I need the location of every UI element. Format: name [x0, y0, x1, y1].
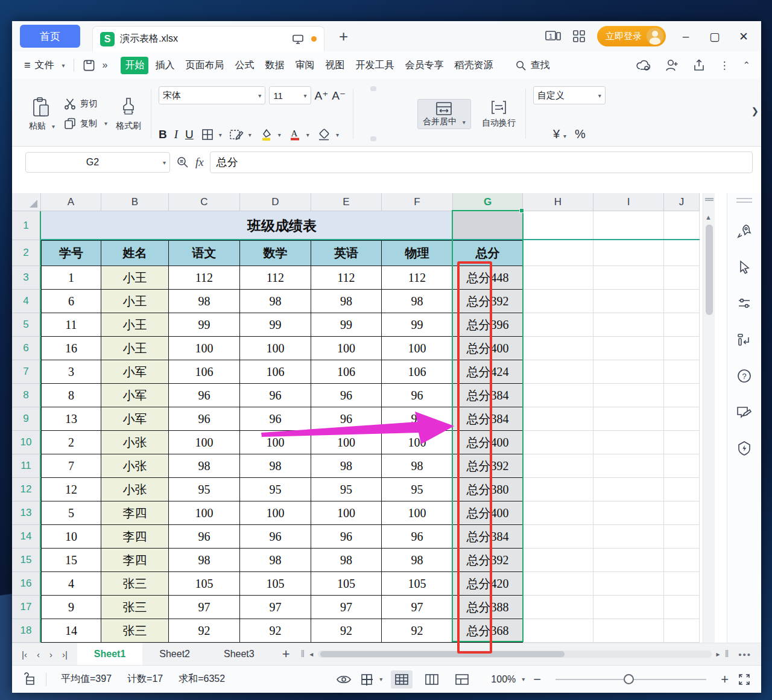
- score-cell[interactable]: 105: [382, 572, 453, 596]
- student-id-cell[interactable]: 1: [41, 266, 101, 290]
- header-cell-学号[interactable]: 学号: [41, 240, 101, 266]
- fullscreen-icon[interactable]: [737, 672, 751, 687]
- empty-cell[interactable]: [664, 266, 700, 290]
- align-left-button[interactable]: [361, 136, 367, 141]
- score-cell[interactable]: 98: [382, 290, 453, 313]
- student-name-cell[interactable]: 张三: [101, 596, 169, 619]
- empty-cell[interactable]: [523, 596, 593, 619]
- score-cell[interactable]: 98: [311, 549, 382, 572]
- empty-cell[interactable]: [523, 407, 593, 431]
- cell-style-button[interactable]: ▾: [229, 128, 252, 141]
- header-cell-物理[interactable]: 物理: [382, 240, 453, 266]
- empty-cell[interactable]: [523, 313, 593, 337]
- score-cell[interactable]: 92: [169, 619, 240, 643]
- total-cell[interactable]: 总分400: [453, 431, 523, 454]
- empty-cell[interactable]: [593, 478, 664, 501]
- currency-format-button[interactable]: ¥▾: [553, 127, 566, 141]
- empty-cell[interactable]: [523, 360, 593, 384]
- column-header-C[interactable]: C: [169, 193, 240, 211]
- zoom-in-button[interactable]: +: [721, 672, 729, 687]
- wrap-text-button[interactable]: 自动换行: [479, 100, 518, 129]
- total-cell[interactable]: 总分388: [453, 596, 523, 619]
- header-cell-语文[interactable]: 语文: [169, 240, 240, 266]
- row-header-8[interactable]: 8: [12, 384, 41, 407]
- highlight-mode-button[interactable]: ▾: [360, 673, 382, 686]
- empty-cell[interactable]: [593, 572, 664, 596]
- empty-cell[interactable]: [664, 290, 700, 313]
- score-cell[interactable]: 96: [311, 407, 382, 431]
- score-cell[interactable]: 96: [382, 384, 453, 407]
- score-cell[interactable]: 99: [240, 313, 311, 337]
- percent-format-button[interactable]: %: [575, 127, 586, 141]
- cut-button[interactable]: 剪切: [63, 98, 107, 110]
- menu-tab-页面布局[interactable]: 页面布局: [181, 57, 228, 74]
- row-header-11[interactable]: 11: [12, 454, 41, 478]
- score-cell[interactable]: 98: [382, 454, 453, 478]
- score-cell[interactable]: 98: [311, 290, 382, 313]
- zoom-formula-icon[interactable]: [176, 156, 189, 169]
- student-name-cell[interactable]: 小王: [101, 313, 169, 337]
- empty-cell[interactable]: [664, 431, 700, 454]
- screen-capture-icon[interactable]: [22, 672, 37, 687]
- last-sheet-button[interactable]: ›|: [62, 649, 68, 660]
- student-name-cell[interactable]: 李四: [101, 501, 169, 525]
- score-cell[interactable]: 92: [240, 619, 311, 643]
- justify-button[interactable]: [390, 136, 396, 141]
- menu-tab-插入[interactable]: 插入: [151, 57, 179, 74]
- row-header-14[interactable]: 14: [12, 525, 41, 549]
- sheet-tab-Sheet1[interactable]: Sheet1: [77, 643, 142, 665]
- score-cell[interactable]: 112: [240, 266, 311, 290]
- search-button[interactable]: 查找: [515, 59, 549, 72]
- score-cell[interactable]: 97: [382, 596, 453, 619]
- score-cell[interactable]: 105: [169, 572, 240, 596]
- header-cell-总分[interactable]: 总分: [453, 240, 523, 266]
- empty-cell[interactable]: [593, 384, 664, 407]
- empty-cell[interactable]: [664, 478, 700, 501]
- empty-cell[interactable]: [593, 240, 664, 266]
- increase-indent-button[interactable]: [399, 86, 405, 91]
- home-tab-button[interactable]: 首页: [20, 25, 80, 48]
- add-sheet-button[interactable]: +: [282, 646, 290, 662]
- empty-cell[interactable]: [664, 407, 700, 431]
- empty-cell[interactable]: [523, 619, 593, 643]
- score-cell[interactable]: 105: [240, 572, 311, 596]
- font-name-select[interactable]: 宋体▾: [159, 86, 265, 104]
- empty-cell[interactable]: [523, 572, 593, 596]
- student-id-cell[interactable]: 11: [41, 313, 101, 337]
- empty-cell[interactable]: [664, 501, 700, 525]
- score-cell[interactable]: 112: [311, 266, 382, 290]
- row-header-12[interactable]: 12: [12, 478, 41, 501]
- paste-button[interactable]: 粘贴 ▾: [27, 97, 57, 132]
- sidebar-drag-handle[interactable]: [736, 198, 752, 203]
- empty-cell[interactable]: [523, 478, 593, 501]
- monitor-icon[interactable]: [292, 34, 304, 44]
- student-name-cell[interactable]: 小王: [101, 266, 169, 290]
- empty-cell[interactable]: [664, 211, 700, 240]
- close-button[interactable]: ✕: [735, 30, 753, 43]
- cloud-sync-icon[interactable]: [636, 59, 651, 71]
- increase-font-button[interactable]: A⁺: [315, 89, 329, 103]
- score-cell[interactable]: 98: [169, 454, 240, 478]
- prev-sheet-button[interactable]: ‹: [37, 649, 40, 660]
- score-cell[interactable]: 100: [382, 501, 453, 525]
- sheet-tab-Sheet3[interactable]: Sheet3: [207, 643, 271, 665]
- align-middle-button[interactable]: [370, 86, 376, 91]
- empty-cell[interactable]: [523, 549, 593, 572]
- split-handle[interactable]: [705, 198, 713, 201]
- empty-cell[interactable]: [593, 431, 664, 454]
- row-header-9[interactable]: 9: [12, 407, 41, 431]
- score-cell[interactable]: 96: [240, 384, 311, 407]
- score-cell[interactable]: 95: [169, 478, 240, 501]
- row-header-2[interactable]: 2: [12, 240, 41, 266]
- sheet-title-cell[interactable]: 班级成绩表: [41, 211, 523, 240]
- empty-cell[interactable]: [593, 266, 664, 290]
- total-cell[interactable]: 总分392: [453, 290, 523, 313]
- column-header-F[interactable]: F: [382, 193, 453, 211]
- font-size-select[interactable]: 11▾: [269, 86, 311, 104]
- bold-button[interactable]: B: [159, 128, 167, 141]
- total-cell[interactable]: 总分392: [453, 549, 523, 572]
- copy-button[interactable]: 复制▾: [63, 117, 107, 130]
- zoom-slider[interactable]: [555, 679, 706, 680]
- select-all-corner[interactable]: [12, 193, 41, 211]
- menu-tab-开始[interactable]: 开始: [121, 57, 148, 74]
